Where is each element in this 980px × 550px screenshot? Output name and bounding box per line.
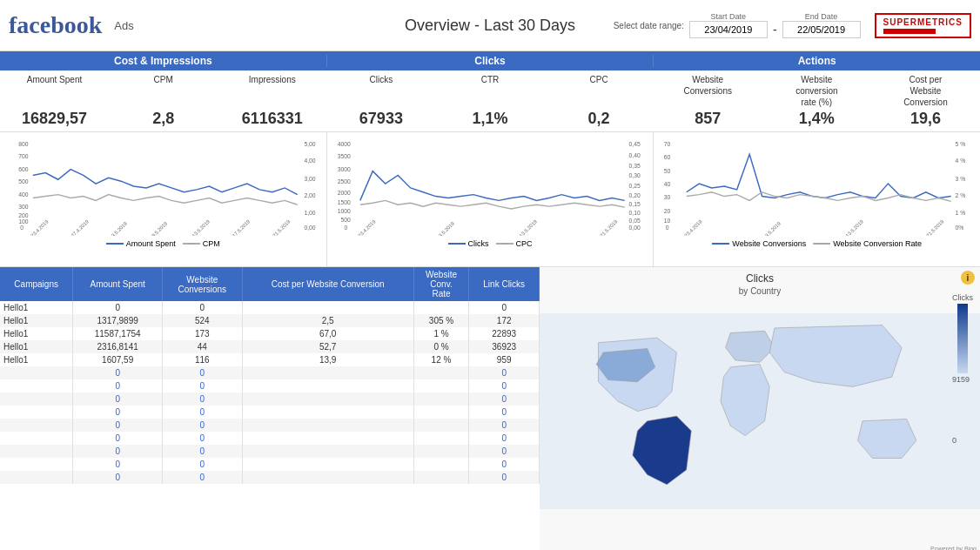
table-cell: 524 [163, 314, 243, 327]
table-row: Hello111587,175417367,01 %22893 [0, 327, 540, 340]
table-cell [0, 458, 73, 471]
svg-text:17.5.2019: 17.5.2019 [232, 218, 251, 236]
svg-text:0,40: 0,40 [628, 152, 640, 158]
table-cell: 0 [73, 471, 163, 484]
table-row: 000 [0, 432, 540, 445]
table-cell: 172 [469, 314, 540, 327]
table-cell [413, 392, 469, 406]
cpm-value: 2,8 [109, 110, 218, 128]
table-row: Hello1000 [0, 301, 540, 314]
svg-text:0,00: 0,00 [628, 225, 640, 231]
svg-text:10: 10 [664, 218, 671, 224]
svg-text:300: 300 [18, 204, 29, 210]
svg-text:2,00: 2,00 [304, 192, 315, 198]
table-cell [413, 445, 469, 458]
table-cell [0, 445, 73, 458]
svg-text:1,00: 1,00 [304, 210, 315, 216]
website-conv-label: Website Conversions [654, 74, 762, 108]
svg-text:40: 40 [664, 181, 671, 187]
table-cell: 0 [163, 392, 243, 406]
legend-clicks: Clicks [448, 239, 489, 248]
svg-text:13.5.2019: 13.5.2019 [518, 218, 537, 236]
legend-cpm: CPM [183, 239, 220, 248]
svg-text:700: 700 [18, 153, 29, 159]
svg-text:4000: 4000 [337, 141, 350, 147]
table-cell [413, 301, 469, 314]
svg-text:50: 50 [664, 168, 671, 174]
table-cell [413, 419, 469, 432]
svg-text:0: 0 [666, 225, 669, 231]
table-cell: 0 [469, 392, 540, 406]
svg-text:0,10: 0,10 [628, 210, 640, 216]
table-cell [242, 392, 413, 406]
chart-cost-impressions: 800 700 600 500 400 300 200 100 0 5,00 4… [0, 132, 327, 266]
svg-text:3500: 3500 [337, 153, 350, 159]
table-row: 000 [0, 471, 540, 484]
table-cell [242, 458, 413, 471]
table-cell: 13,9 [242, 353, 413, 366]
table-cell [242, 301, 413, 314]
powered-bing: Powered by Bing [930, 546, 977, 550]
table-cell: 0 [163, 471, 243, 484]
svg-text:4 %: 4 % [956, 158, 966, 164]
start-date-input[interactable] [689, 21, 768, 38]
chart3-svg: 70 60 50 40 30 20 10 0 5 % 4 % 3 % 2 % 1… [657, 136, 977, 236]
table-cell: 0 [469, 406, 540, 419]
table-cell [0, 392, 73, 406]
table-cell [0, 471, 73, 484]
table-cell: 305 % [413, 314, 469, 327]
supermetrics-logo: SUPERMETRICS [875, 13, 971, 38]
section-headers: Cost & Impressions Clicks Actions [0, 51, 980, 70]
svg-text:13.5.2019: 13.5.2019 [845, 218, 864, 236]
table-header-row: Campaigns Amount Spent WebsiteConversion… [0, 267, 540, 301]
table-row: 000 [0, 379, 540, 392]
svg-text:4,00: 4,00 [304, 158, 315, 164]
svg-text:23.4.2019: 23.4.2019 [684, 218, 703, 236]
svg-text:20: 20 [664, 208, 671, 214]
table-cell [242, 432, 413, 445]
table-cell: 0 [163, 366, 243, 379]
table-cell [0, 379, 73, 392]
svg-text:800: 800 [18, 141, 29, 147]
chart1-svg: 800 700 600 500 400 300 200 100 0 5,00 4… [3, 136, 323, 236]
svg-text:2500: 2500 [337, 178, 350, 184]
select-range-label: Select date range: [614, 21, 684, 30]
table-cell: 1 % [413, 327, 469, 340]
metrics-values-row: 16829,57 2,8 6116331 67933 1,1% 0,2 857 … [0, 108, 980, 131]
table-cell: 1317,9899 [73, 314, 163, 327]
table-cell: 0 [73, 445, 163, 458]
th-conv-rate: WebsiteConv.Rate [413, 267, 469, 301]
table-cell: 0 [469, 471, 540, 484]
table-cell [242, 379, 413, 392]
table-cell: 2316,8141 [73, 340, 163, 353]
table-cell [413, 379, 469, 392]
svg-text:1000: 1000 [337, 208, 350, 214]
table-cell: 0 [73, 392, 163, 406]
svg-text:30: 30 [664, 194, 671, 200]
table-row: 000 [0, 406, 540, 419]
table-cell [242, 471, 413, 484]
table-row: Hello11607,5911613,912 %959 [0, 353, 540, 366]
table-cell: 2,5 [242, 314, 413, 327]
svg-text:2 %: 2 % [956, 192, 966, 198]
table-cell: 12 % [413, 353, 469, 366]
info-icon[interactable]: i [961, 271, 975, 285]
table-row: Hello12316,81414452,70 %36923 [0, 340, 540, 353]
table-cell: 0 [469, 301, 540, 314]
svg-text:23.4.2019: 23.4.2019 [30, 218, 49, 236]
map-section: i Clicks by Country Clicks [540, 267, 980, 550]
svg-text:3.5.2019: 3.5.2019 [438, 221, 455, 236]
th-amount-spent: Amount Spent [73, 267, 163, 301]
svg-text:2000: 2000 [337, 190, 350, 196]
svg-text:3.5.2019: 3.5.2019 [764, 221, 782, 236]
table-cell: 0 [469, 366, 540, 379]
end-date-input[interactable] [782, 21, 861, 38]
svg-text:0,30: 0,30 [628, 172, 640, 178]
table-cell: 0 [73, 432, 163, 445]
world-map-svg [540, 299, 980, 523]
svg-text:200: 200 [18, 212, 29, 218]
table-cell: 959 [469, 353, 540, 366]
ctr-label: CTR [435, 74, 544, 108]
chart1-legend: Amount Spent CPM [3, 239, 323, 248]
table-cell: 36923 [469, 340, 540, 353]
